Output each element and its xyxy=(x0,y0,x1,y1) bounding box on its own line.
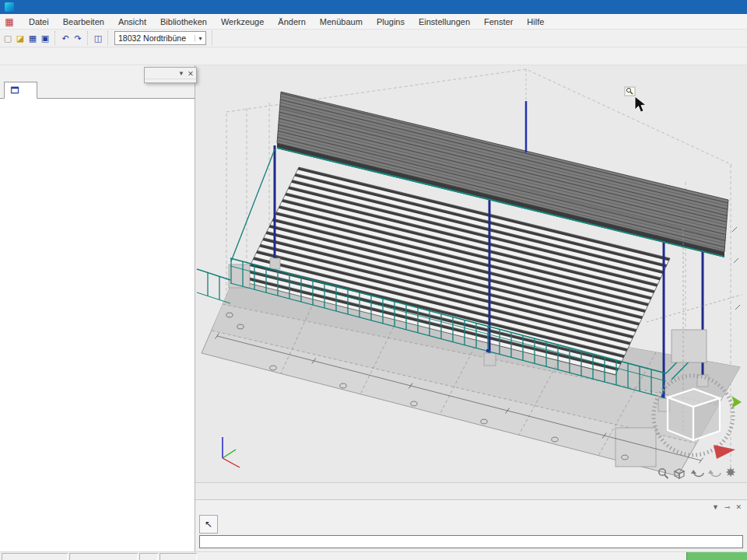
menu-bar: ▦ DateiBearbeitenAnsichtBibliothekenWerk… xyxy=(0,14,747,30)
orbit-horizontal-icon[interactable] xyxy=(708,470,721,477)
new-messages-button[interactable] xyxy=(686,552,747,560)
new-file-icon[interactable]: ▢ xyxy=(2,32,14,45)
close-icon[interactable]: ✕ xyxy=(735,503,742,511)
nav-arrow-red[interactable] xyxy=(714,445,735,459)
mouse-cursor xyxy=(625,87,646,112)
menu-item[interactable]: Werkzeuge xyxy=(214,17,271,26)
app-logo-icon xyxy=(5,2,14,12)
menu-item[interactable]: Einstellungen xyxy=(412,17,477,26)
menu-item[interactable]: Bearbeiten xyxy=(56,17,111,26)
palette-menu-icon[interactable]: ▼ xyxy=(178,70,184,77)
menu-item[interactable]: Ansicht xyxy=(111,17,153,26)
orbit-vertical-icon[interactable] xyxy=(691,470,703,477)
status-cell-2 xyxy=(69,553,138,560)
redo-icon[interactable]: ↷ xyxy=(72,32,84,45)
palette-close-icon[interactable]: ✕ xyxy=(188,69,194,78)
menu-tree-panel: 🗔︎ xyxy=(0,65,195,551)
toolbar-separator xyxy=(212,31,216,45)
3d-viewport[interactable] xyxy=(195,65,747,482)
command-input[interactable] xyxy=(199,535,743,548)
save-all-icon[interactable]: ▦ xyxy=(26,32,39,45)
menu-item[interactable]: Fenster xyxy=(477,17,520,26)
panel-menu-icon[interactable]: ▼ xyxy=(712,503,719,511)
status-bar xyxy=(0,551,747,560)
menu-item[interactable]: Plugins xyxy=(370,17,412,26)
toolbar-separator xyxy=(107,31,112,45)
scia-document-icon[interactable]: ▦ xyxy=(3,16,16,27)
view-settings-icon[interactable] xyxy=(726,468,735,477)
menu-item[interactable]: Datei xyxy=(22,17,56,26)
status-cell-1 xyxy=(2,553,68,560)
undo-icon[interactable]: ↶ xyxy=(59,32,72,45)
title-bar xyxy=(0,0,747,14)
tab-menubaum[interactable]: 🗔︎ xyxy=(4,82,37,99)
toolbar-standard: ▢◪▦▣↶↷◫18032 Nordtribüne▾ xyxy=(0,30,747,47)
menu-item[interactable]: Menübaum xyxy=(313,17,370,26)
open-file-icon[interactable]: ◪ xyxy=(14,32,26,45)
viewport-toolbar xyxy=(195,482,747,499)
panel-window-icon[interactable]: ◫ xyxy=(92,32,104,45)
save-icon[interactable]: ▣ xyxy=(39,32,51,45)
view-palette: ▼ ✕ xyxy=(144,67,197,83)
menu-tree xyxy=(0,99,195,551)
chevron-down-icon[interactable]: ▾ xyxy=(195,35,205,42)
axis-triad xyxy=(223,437,240,467)
menu-item[interactable]: Ändern xyxy=(271,17,312,26)
command-panel: ▼ ⊸ ✕ ↖ xyxy=(195,499,747,551)
status-plane[interactable] xyxy=(160,553,197,560)
select-arrow-button[interactable]: ↖ xyxy=(199,515,218,534)
pin-icon[interactable]: ⊸ xyxy=(724,503,731,511)
toolbar-tools xyxy=(0,47,747,65)
project-select-value: 18032 Nordtribüne xyxy=(115,33,195,43)
nav-arrow-green[interactable] xyxy=(731,396,742,408)
tree-tab-icon: 🗔︎ xyxy=(9,86,20,95)
project-select[interactable]: 18032 Nordtribüne▾ xyxy=(114,31,206,45)
menu-item[interactable]: Bibliotheken xyxy=(153,17,214,26)
menu-item[interactable]: Hilfe xyxy=(520,17,551,26)
status-units[interactable] xyxy=(139,553,158,560)
